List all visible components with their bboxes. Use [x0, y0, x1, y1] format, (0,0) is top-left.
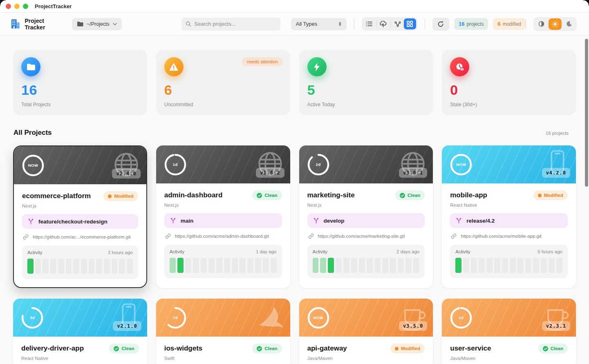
project-card-body: ecommerce-platform Modified Next.js [14, 184, 146, 287]
activity-bar [463, 258, 469, 273]
divider [354, 19, 354, 29]
branch-pill[interactable]: feature/checkout-redesign [22, 214, 138, 229]
activity-bar [263, 258, 269, 273]
divider [526, 19, 526, 29]
close-button[interactable] [6, 4, 11, 9]
refresh-icon [437, 21, 444, 27]
project-card-body: admin-dashboard Clean Next.js main [156, 183, 290, 286]
chevron-down-icon [113, 23, 117, 25]
dark-theme-button[interactable] [562, 18, 576, 30]
repo-row[interactable]: https://github.com/acme/marketing-site.g… [308, 233, 424, 239]
project-name: ecommerce-platform [22, 192, 91, 200]
stat-card-active[interactable]: 5 Active Today [299, 50, 433, 115]
moon-icon [566, 21, 572, 27]
activity-bar [104, 259, 110, 274]
sun-icon [552, 21, 558, 27]
status-badge: Modified [533, 190, 568, 200]
activity-bar [216, 258, 222, 273]
project-card[interactable]: NOW v3.5.0 api-gateway [299, 299, 433, 364]
project-card[interactable]: 7d ios-widgets Clean [156, 299, 290, 364]
project-card-header: NOW v2.4.0 [14, 146, 146, 184]
clock-alert-icon [455, 62, 465, 72]
divider [390, 21, 391, 27]
minimize-button[interactable] [14, 4, 20, 9]
project-card[interactable]: NOW v2.4.0 ecommerce-platform M [13, 145, 147, 288]
freshness-ring: 1d [163, 153, 187, 176]
activity-bar [374, 258, 381, 273]
activity-bar [58, 259, 64, 274]
freshness-ring: NOW [21, 154, 45, 177]
status-badge: Modified [103, 191, 138, 201]
link-icon [23, 234, 29, 240]
project-card[interactable]: 2d v3.0.1 marketing-site Clean [299, 145, 433, 288]
repo-row[interactable]: https://github.com/ac.../ecommerce-platf… [23, 234, 137, 240]
status-label: Modified [401, 346, 420, 351]
branch-name: main [181, 218, 194, 224]
tree-view-button[interactable] [377, 18, 390, 29]
status-label: Clean [121, 346, 134, 351]
search-input[interactable] [194, 21, 276, 27]
project-card-header: 7d [156, 299, 290, 337]
type-filter-select[interactable]: All Types ▲▼ [291, 18, 347, 30]
modified-count-badge: 6 modified [493, 18, 526, 30]
age-label: 7d [163, 306, 187, 330]
activity-bar [525, 258, 531, 273]
list-view-button[interactable] [363, 18, 375, 29]
branch-pill[interactable]: main [164, 213, 282, 228]
project-card[interactable]: 1d v2.3.1 user-service [442, 299, 576, 364]
activity-bar [50, 259, 56, 274]
framework-label: Swift [164, 356, 282, 361]
check-icon [257, 346, 262, 351]
repo-row[interactable]: https://github.com/acme/mobile-app.git [451, 233, 567, 239]
status-badge: Clean [252, 344, 282, 353]
activity-bar [398, 258, 404, 273]
activity-bar [96, 259, 102, 274]
check-icon [543, 346, 548, 351]
repo-row[interactable]: https://github.com/acme/admin-dashboard.… [165, 233, 281, 239]
age-label: 3d [20, 306, 44, 330]
folder-icon [77, 21, 83, 27]
light-theme-button[interactable] [549, 18, 562, 30]
project-card-header: 1d v2.3.1 [442, 299, 576, 337]
activity-bar [382, 258, 388, 273]
search-bar[interactable] [181, 18, 280, 31]
graph-view-button[interactable] [392, 18, 404, 29]
stat-card-stale[interactable]: 0 Stale (30d+) [442, 50, 576, 115]
branch-pill[interactable]: release/4.2 [450, 213, 568, 228]
version-badge: v4.2.0 [542, 168, 570, 178]
freshness-ring: 7d [163, 306, 187, 330]
type-filter-value: All Types [296, 21, 318, 27]
needs-attention-badge: needs attention [242, 57, 282, 66]
auto-theme-button[interactable] [535, 18, 548, 30]
activity-label: Activity [27, 250, 42, 255]
activity-bar [201, 258, 207, 273]
status-badge: Clean [109, 344, 139, 353]
project-grid: NOW v2.4.0 ecommerce-platform M [13, 145, 576, 364]
stat-card-uncommitted[interactable]: needs attention 6 Uncommitted [156, 50, 290, 115]
activity-bar [193, 258, 199, 273]
app-logo-icon [10, 18, 21, 29]
project-card[interactable]: 3d v2.1.0 delivery-driver-app C [13, 299, 147, 364]
modified-count-label: modified [503, 21, 521, 27]
project-card[interactable]: 1d v1.8.2 admin-dashboard Clean [156, 145, 290, 288]
activity-bar [405, 258, 412, 273]
activity-bar [240, 258, 246, 273]
framework-label: Next.js [22, 203, 138, 208]
version-badge: v1.8.2 [256, 168, 284, 178]
branch-pill[interactable]: develop [307, 213, 425, 228]
stat-card-total[interactable]: 16 Total Projects [13, 50, 147, 115]
freshness-ring: 3d [20, 306, 44, 330]
grid-view-button[interactable] [404, 18, 416, 29]
folder-picker[interactable]: ~/Projects [72, 18, 122, 30]
status-label: Clean [264, 346, 277, 351]
stat-label: Stale (30d+) [450, 102, 568, 107]
project-card[interactable]: NOW v4.2.0 mobile-app Modified [442, 145, 576, 288]
project-name: mobile-app [450, 191, 487, 199]
zoom-button[interactable] [23, 4, 28, 9]
activity-bar [343, 258, 349, 273]
stat-value: 0 [450, 82, 568, 98]
activity-bar [413, 258, 419, 273]
refresh-button[interactable] [432, 18, 449, 31]
scrollbar[interactable] [585, 39, 588, 187]
warning-icon [169, 63, 178, 71]
